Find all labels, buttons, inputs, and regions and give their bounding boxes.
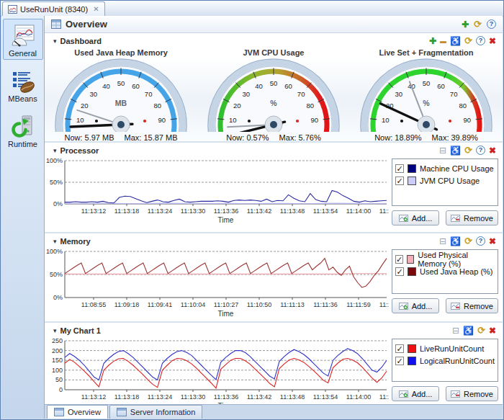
sidebar-item-label: General (4, 49, 42, 58)
remove-button-label: Remove (464, 390, 493, 398)
delete-icon[interactable]: ✖ (489, 37, 496, 45)
svg-text:70: 70 (450, 90, 458, 98)
gauge-unit: % (423, 99, 430, 107)
refresh-icon[interactable]: ⟳ (477, 326, 485, 335)
legend-label: LiveRunUnitCount (420, 344, 484, 353)
collapse-icon[interactable]: ▾ (53, 238, 57, 245)
footer-tab-label: Server Information (130, 408, 195, 416)
legend-item: ✓JVM CPU Usage (395, 174, 495, 187)
collapse-icon[interactable]: ▾ (53, 37, 57, 45)
gauge-title: Used Java Heap Memory (46, 48, 196, 57)
tab-title: UseRunUnit (8340) (20, 5, 88, 14)
legend-item: ✓Machine CPU Usage (395, 162, 495, 174)
delete-icon[interactable]: ✖ (489, 146, 496, 155)
legend-checkbox[interactable]: ✓ (395, 357, 404, 365)
accessibility-icon[interactable]: ♿ (450, 146, 461, 155)
page-title: Overview (66, 19, 107, 30)
svg-text:100%: 100% (46, 157, 63, 164)
svg-text:11:13:48: 11:13:48 (280, 393, 305, 401)
mbeans-icon (4, 68, 42, 94)
svg-text:0: 0 (79, 131, 83, 132)
freeze-icon[interactable]: ⊟ (452, 326, 459, 335)
svg-text:11:14:06: 11:14:06 (379, 393, 389, 401)
add-button[interactable]: Add... (392, 210, 439, 225)
close-icon[interactable]: ✕ (93, 5, 99, 13)
my-chart-1-section: ▾ My Chart 1 ⊟♿⟳✖ 25020015010050011:13:1… (45, 321, 503, 404)
help-icon[interactable]: ? (487, 19, 496, 29)
freeze-icon[interactable]: ⊟ (439, 146, 446, 155)
freeze-icon[interactable]: ⊟ (439, 237, 446, 246)
legend-checkbox[interactable]: ✓ (395, 164, 404, 173)
sidebar-item-label: Runtime (4, 140, 42, 148)
my-chart-1-chart: 25020015010050011:13:1211:13:1811:13:241… (45, 336, 389, 404)
remove-button-label: Remove (464, 302, 493, 310)
sidebar: GeneralMBeansRuntime (1, 16, 45, 419)
add-button[interactable]: Add... (392, 298, 439, 313)
add-button-label: Add... (412, 302, 433, 310)
sidebar-item-general[interactable]: General (3, 19, 43, 60)
remove-button[interactable]: Remove (446, 386, 498, 401)
help-icon[interactable]: ? (476, 36, 485, 45)
add-button[interactable]: Add... (392, 386, 439, 401)
mission-control-window: UseRunUnit (8340) ✕ GeneralMBeansRuntime… (0, 0, 504, 420)
remove-button-label: Remove (464, 214, 493, 223)
sidebar-item-runtime[interactable]: Runtime (3, 110, 43, 151)
refresh-icon[interactable]: ⟳ (474, 20, 482, 29)
refresh-icon[interactable]: ⟳ (464, 237, 472, 246)
legend-swatch (408, 164, 416, 173)
processor-chart: 100%50%0%11:13:1211:13:1811:13:2411:13:3… (45, 156, 389, 227)
legend-swatch (408, 344, 416, 353)
add-icon[interactable]: ✚ (429, 37, 436, 45)
collapse-icon[interactable]: ▾ (53, 147, 57, 154)
memory-plot: 100%50%0%11:08:5511:09:1811:09:4111:10:0… (45, 247, 389, 319)
legend-checkbox[interactable]: ✓ (395, 255, 403, 264)
legend-checkbox[interactable]: ✓ (395, 177, 404, 185)
gauge-title: JVM CPU Usage (199, 48, 348, 57)
accessibility-icon[interactable]: ♿ (450, 237, 461, 246)
add-icon[interactable]: ✚ (462, 20, 469, 29)
svg-text:11:09:41: 11:09:41 (148, 301, 172, 308)
sidebar-item-label: MBeans (4, 94, 42, 103)
main-area: GeneralMBeansRuntime Overview ✚⟳? ▾ Dash… (1, 16, 503, 419)
footer-tab-server-information[interactable]: Server Information (109, 405, 202, 419)
legend-checkbox[interactable]: ✓ (395, 344, 404, 353)
remove-button[interactable]: Remove (446, 298, 498, 313)
legend-item: ✓Used Java Heap (%) (395, 265, 495, 277)
svg-text:80: 80 (306, 102, 314, 110)
svg-text:50: 50 (423, 79, 431, 87)
remove-button[interactable]: Remove (446, 210, 498, 225)
processor-section-header: ▾ Processor ⊟♿⟳?✖ (45, 143, 503, 156)
svg-text:50: 50 (117, 79, 125, 87)
svg-text:11:10:50: 11:10:50 (247, 301, 271, 308)
svg-text:10: 10 (382, 116, 390, 124)
accessibility-icon[interactable]: ♿ (463, 326, 474, 335)
legend-box: ✓Used Physical Memory (%)✓Used Java Heap… (392, 249, 498, 294)
svg-text:10: 10 (76, 116, 84, 124)
accessibility-icon[interactable]: ♿ (450, 37, 461, 45)
svg-text:11:10:04: 11:10:04 (181, 301, 205, 308)
my-chart-1-legend-panel: ✓LiveRunUnitCount✓LogicalRunUnitCount Ad… (392, 339, 498, 401)
refresh-icon[interactable]: ⟳ (464, 146, 472, 155)
svg-text:0: 0 (59, 386, 63, 393)
svg-text:11:13:12: 11:13:12 (81, 393, 106, 401)
footer-tab-overview[interactable]: Overview (47, 405, 108, 419)
remove-icon[interactable]: ▬ (440, 37, 446, 45)
series-used-java-heap- (65, 259, 387, 287)
help-icon[interactable]: ? (476, 236, 485, 246)
delete-icon[interactable]: ✖ (489, 237, 496, 246)
refresh-icon[interactable]: ⟳ (464, 37, 472, 45)
collapse-icon[interactable]: ▾ (53, 327, 57, 334)
help-icon[interactable]: ? (476, 146, 485, 155)
sidebar-item-mbeans[interactable]: MBeans (3, 64, 43, 105)
button-row: Add... Remove (392, 298, 498, 313)
svg-text:11:14:00: 11:14:00 (346, 207, 371, 215)
series-machine-cpu-usage (65, 190, 387, 202)
svg-text:40: 40 (255, 82, 263, 90)
delete-icon[interactable]: ✖ (489, 326, 496, 335)
add-button-label: Add... (412, 214, 433, 223)
legend-box: ✓Machine CPU Usage✓JVM CPU Usage (392, 158, 498, 206)
svg-text:11:11:13: 11:11:13 (280, 301, 305, 308)
remove-chart-icon (451, 390, 460, 398)
tab-userununit[interactable]: UseRunUnit (8340) ✕ (2, 1, 105, 16)
legend-checkbox[interactable]: ✓ (395, 267, 404, 276)
